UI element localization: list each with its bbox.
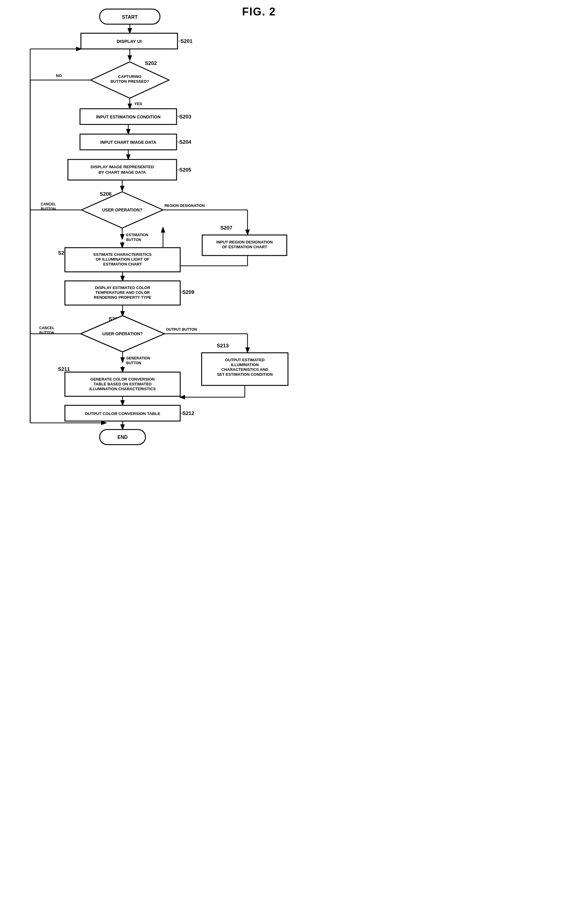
svg-text:S204: S204 <box>179 139 191 145</box>
svg-text:S212: S212 <box>182 410 194 416</box>
svg-text:BUTTON: BUTTON <box>126 238 141 242</box>
svg-text:CANCEL: CANCEL <box>39 326 54 330</box>
svg-text:BUTTON: BUTTON <box>41 207 56 211</box>
svg-text:~: ~ <box>178 38 181 44</box>
svg-text:ILLUMINATION CHARACTERISTICS: ILLUMINATION CHARACTERISTICS <box>89 387 156 391</box>
svg-text:ILLUMINATION: ILLUMINATION <box>231 362 259 367</box>
svg-text:~: ~ <box>180 289 183 295</box>
svg-text:S211: S211 <box>58 366 70 372</box>
svg-text:S207: S207 <box>220 225 232 231</box>
svg-text:CHARACTERISTICS AND: CHARACTERISTICS AND <box>221 367 268 372</box>
step-s212 <box>65 203 180 218</box>
svg-text:ESTIMATE CHARACTERISTICS: ESTIMATE CHARACTERISTICS <box>93 252 152 257</box>
svg-rect-101 <box>100 430 146 444</box>
figure-title: FIG. 2 <box>242 5 276 18</box>
step-s213 <box>202 176 288 209</box>
svg-text:NO: NO <box>56 73 62 78</box>
svg-text:RENDERING PROPERTY TYPE: RENDERING PROPERTY TYPE <box>94 295 151 299</box>
svg-text:S201: S201 <box>180 38 193 44</box>
svg-rect-61 <box>65 281 180 305</box>
svg-text:INPUT REGION DESIGNATION: INPUT REGION DESIGNATION <box>216 240 273 244</box>
svg-text:END: END <box>117 435 128 440</box>
svg-text:~: ~ <box>180 410 183 416</box>
svg-text:OF ESTIMATION CHART: OF ESTIMATION CHART <box>222 245 267 249</box>
svg-text:S208: S208 <box>58 250 70 256</box>
svg-text:S210: S210 <box>109 316 121 322</box>
diagram-container: FIG. 2 START DISPLAY UI S201 ~ S202 CAPT… <box>0 0 294 450</box>
svg-text:OF ILLUMINATION LIGHT OF: OF ILLUMINATION LIGHT OF <box>96 257 149 262</box>
svg-text:TABLE BASED ON ESTIMATED: TABLE BASED ON ESTIMATED <box>93 382 151 386</box>
svg-rect-56 <box>65 248 180 272</box>
svg-rect-79 <box>202 353 288 385</box>
svg-text:ESTIMATION CHART: ESTIMATION CHART <box>103 262 142 267</box>
svg-marker-69 <box>81 316 165 352</box>
svg-text:OUTPUT COLOR CONVERSION TABLE: OUTPUT COLOR CONVERSION TABLE <box>85 412 160 416</box>
svg-text:SET ESTIMATION CONDITION: SET ESTIMATION CONDITION <box>217 372 273 377</box>
svg-text:GENERATION: GENERATION <box>126 356 150 360</box>
svg-text:BUTTON: BUTTON <box>126 361 141 365</box>
svg-text:S209: S209 <box>182 289 194 295</box>
svg-text:USER OPERATION?: USER OPERATION? <box>102 331 143 336</box>
svg-rect-44 <box>202 235 287 256</box>
svg-text:~: ~ <box>177 167 180 173</box>
svg-text:CANCEL: CANCEL <box>41 202 56 206</box>
svg-text:OUTPUT ESTIMATED: OUTPUT ESTIMATED <box>225 358 264 362</box>
svg-text:~: ~ <box>177 114 180 120</box>
svg-text:S213: S213 <box>217 343 229 349</box>
svg-text:OUTPUT BUTTON: OUTPUT BUTTON <box>166 327 197 332</box>
svg-text:S203: S203 <box>179 114 191 120</box>
svg-text:GENERATE COLOR CONVERSION: GENERATE COLOR CONVERSION <box>90 377 155 382</box>
svg-text:TEMPERATURE AND COLOR: TEMPERATURE AND COLOR <box>95 290 150 295</box>
svg-text:DISPLAY ESTIMATED COLOR: DISPLAY ESTIMATED COLOR <box>95 285 150 290</box>
svg-text:S205: S205 <box>179 167 191 173</box>
svg-text:BUTTON: BUTTON <box>39 331 54 335</box>
svg-rect-91 <box>65 372 180 396</box>
svg-text:ESTIMATION: ESTIMATION <box>126 233 148 237</box>
svg-rect-96 <box>65 405 180 421</box>
step-s207 <box>202 117 287 138</box>
